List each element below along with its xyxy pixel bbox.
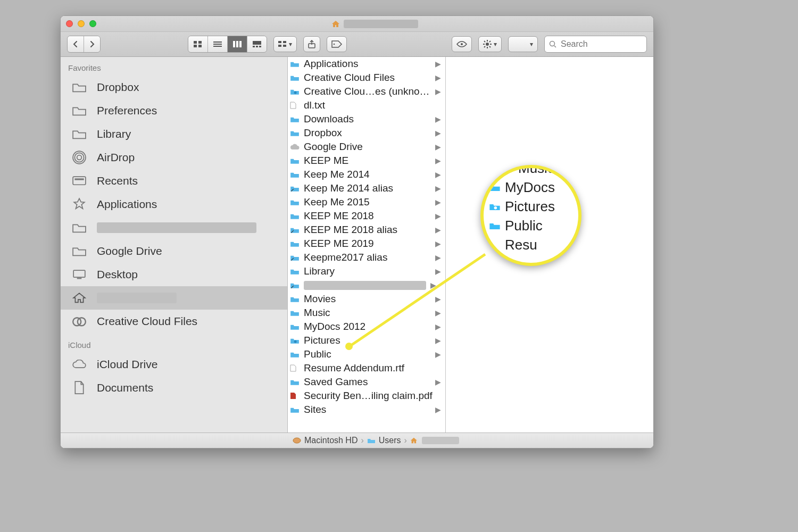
forward-button[interactable]: [84, 36, 100, 52]
list-item[interactable]: KEEP ME 2018▶: [288, 209, 445, 223]
window-close-button[interactable]: [66, 20, 73, 27]
doc-icon: [290, 102, 300, 109]
sidebar-item-library[interactable]: Library: [61, 122, 287, 146]
sidebar-item-dropbox[interactable]: Dropbox: [61, 76, 287, 99]
tags-button[interactable]: [327, 36, 347, 52]
folder-icon: [290, 406, 300, 413]
dropdown-button[interactable]: ▾: [508, 36, 538, 52]
quicklook-button[interactable]: [452, 36, 472, 52]
sidebar-item-creative-cloud[interactable]: Creative Cloud Files: [61, 310, 287, 333]
search-input[interactable]: [560, 39, 626, 49]
list-item-label: Public: [304, 348, 431, 360]
list-item[interactable]: Movies▶: [288, 292, 445, 306]
list-item-label: Creative Cloud Files: [304, 72, 431, 84]
sidebar-item-icloud-drive[interactable]: iCloud Drive: [61, 353, 287, 376]
svg-rect-4: [213, 41, 222, 43]
sidebar-item-label: Dropbox: [97, 81, 139, 94]
folder-icon: [290, 309, 300, 317]
list-item[interactable]: KEEP ME▶: [288, 154, 445, 168]
sidebar-item-label: iCloud Drive: [97, 358, 157, 371]
list-item[interactable]: Keep Me 2015▶: [288, 195, 445, 209]
chevron-right-icon: ›: [404, 436, 407, 445]
back-button[interactable]: [68, 36, 84, 52]
list-item[interactable]: Sites▶: [288, 403, 445, 417]
sidebar-item-home[interactable]: [61, 286, 287, 310]
view-list-button[interactable]: [207, 36, 227, 52]
window-maximize-button[interactable]: [89, 20, 96, 27]
path-segment[interactable]: Users: [379, 436, 401, 445]
chevron-right-icon: ▶: [435, 226, 441, 234]
list-item[interactable]: Creative Clou…es (unknown)▶: [288, 85, 445, 98]
svg-rect-0: [194, 41, 197, 44]
list-item[interactable]: Creative Cloud Files▶: [288, 71, 445, 85]
sidebar-item-airdrop[interactable]: AirDrop: [61, 146, 287, 169]
svg-rect-2: [194, 45, 197, 47]
svg-rect-6: [213, 46, 222, 47]
view-gallery-button[interactable]: [247, 36, 267, 52]
list-item-label: Saved Games: [304, 376, 431, 388]
list-item[interactable]: Resume Addendum.rtf: [288, 361, 445, 375]
folder-icon: [290, 74, 300, 81]
sidebar-item-documents[interactable]: Documents: [61, 376, 287, 400]
chevron-right-icon: ▶: [435, 405, 441, 414]
svg-line-28: [484, 46, 485, 47]
list-item[interactable]: KEEP ME 2019▶: [288, 237, 445, 251]
sidebar-item-applications[interactable]: Applications: [61, 193, 287, 216]
svg-rect-7: [233, 41, 235, 47]
list-item[interactable]: Public▶: [288, 347, 445, 361]
view-columns-button[interactable]: [227, 36, 247, 52]
search-field[interactable]: [544, 36, 647, 53]
list-item[interactable]: ▶: [288, 278, 445, 292]
window-minimize-button[interactable]: [78, 20, 85, 27]
sidebar-item-recents[interactable]: Recents: [61, 169, 287, 193]
list-item[interactable]: MyDocs 2012▶: [288, 320, 445, 334]
sidebar-item-redacted-1[interactable]: [61, 216, 287, 239]
list-item[interactable]: Keepme2017 alias▶: [288, 251, 445, 264]
list-item[interactable]: Applications▶: [288, 57, 445, 71]
list-item[interactable]: Dropbox▶: [288, 126, 445, 140]
chevron-right-icon: ▶: [435, 295, 441, 303]
action-button[interactable]: ▾: [478, 36, 502, 52]
home-icon: [410, 437, 419, 444]
sidebar-item-label: Documents: [97, 381, 153, 394]
window-title: [101, 20, 648, 28]
list-item[interactable]: Downloads▶: [288, 112, 445, 126]
list-item[interactable]: Google Drive▶: [288, 140, 445, 154]
recents-icon: [71, 174, 87, 188]
svg-rect-14: [278, 41, 281, 43]
path-segment-redacted[interactable]: [422, 437, 459, 444]
column-view-panes: Applications▶Creative Cloud Files▶Creati…: [288, 57, 653, 433]
svg-rect-5: [213, 44, 222, 45]
svg-rect-9: [239, 41, 242, 47]
folder-icon: [290, 212, 300, 220]
folder-icon: [290, 240, 300, 247]
share-button[interactable]: [303, 36, 320, 52]
alias-icon: [290, 281, 300, 289]
list-item[interactable]: Saved Games▶: [288, 375, 445, 389]
list-item[interactable]: KEEP ME 2018 alias▶: [288, 223, 445, 237]
sidebar-item-google-drive[interactable]: Google Drive: [61, 239, 287, 263]
list-item[interactable]: Keep Me 2014 alias▶: [288, 181, 445, 195]
svg-rect-3: [198, 45, 202, 47]
view-icons-button[interactable]: [188, 36, 207, 52]
list-item-label: MyDocs 2012: [304, 321, 431, 332]
list-item[interactable]: dl.txt: [288, 98, 445, 112]
list-item-label: KEEP ME 2018: [304, 210, 431, 222]
folder-icon: [290, 171, 300, 178]
list-item[interactable]: Pictures▶: [288, 334, 445, 347]
svg-rect-35: [73, 177, 86, 185]
sidebar-item-label: Applications: [97, 198, 157, 211]
search-icon: [549, 40, 556, 48]
list-item[interactable]: Music▶: [288, 306, 445, 320]
sidebar-item-desktop[interactable]: Desktop: [61, 263, 287, 286]
list-item[interactable]: Security Ben…iling claim.pdf: [288, 389, 445, 403]
list-item[interactable]: Keep Me 2014▶: [288, 168, 445, 181]
folder-icon: [71, 127, 87, 141]
path-bar: Macintosh HD › Users ›: [61, 433, 653, 448]
path-segment[interactable]: Macintosh HD: [304, 436, 358, 445]
list-item-label: Google Drive: [304, 141, 431, 153]
chevron-right-icon: ▶: [435, 129, 441, 137]
sidebar-item-preferences[interactable]: Preferences: [61, 99, 287, 122]
list-item[interactable]: Library▶: [288, 264, 445, 278]
arrange-button[interactable]: ▾: [273, 36, 297, 52]
